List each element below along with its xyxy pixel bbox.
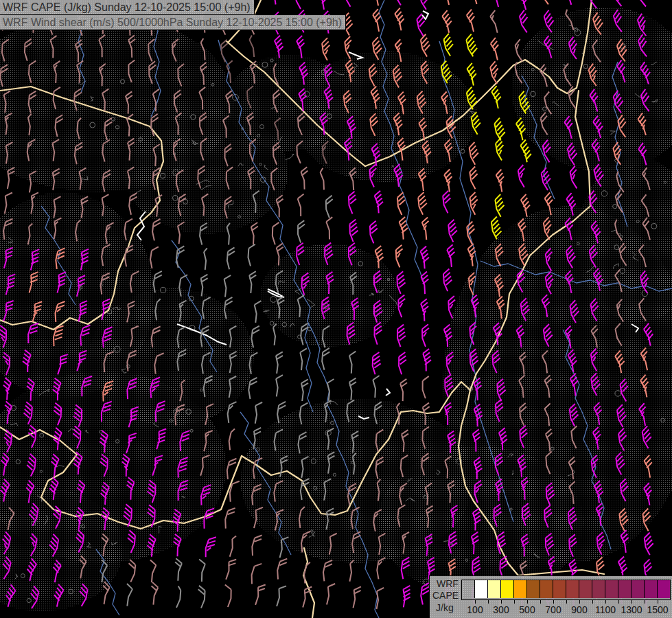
legend-tick <box>658 599 658 604</box>
legend-tick <box>579 599 580 604</box>
legend-tick <box>566 599 567 604</box>
legend-tick-label: 100 <box>467 604 483 615</box>
title-line-cape: WRF CAPE (J/kg) Sunday 12-10-2025 15:00 … <box>0 0 255 15</box>
legend-tick <box>527 599 528 604</box>
legend-color-cell <box>475 580 488 598</box>
map-image <box>0 0 672 618</box>
legend-tick-label: 1100 <box>595 604 616 615</box>
legend-tick <box>645 599 645 604</box>
legend-color-cell <box>645 580 658 598</box>
legend-color-cell <box>462 580 475 598</box>
legend-colorbar <box>461 580 671 600</box>
cape-legend: WRF CAPE J/kg 10030050070090011001300150… <box>429 575 672 618</box>
legend-color-cell <box>501 580 514 598</box>
legend-color-cell <box>566 580 579 598</box>
legend-tick <box>501 599 502 604</box>
legend-color-cell <box>579 580 592 598</box>
legend-color-cell <box>553 580 566 598</box>
legend-color-cell <box>592 580 605 598</box>
legend-tick-label: 300 <box>493 604 509 615</box>
legend-tick <box>592 599 593 604</box>
legend-tick-label: 1500 <box>647 604 668 615</box>
legend-tick-label: 500 <box>519 604 535 615</box>
legend-tick <box>632 599 632 604</box>
wrf-weather-map: WRF CAPE (J/kg) Sunday 12-10-2025 15:00 … <box>0 0 672 618</box>
legend-tick-label: 900 <box>571 604 587 615</box>
legend-tick <box>475 599 476 604</box>
legend-color-cell <box>632 580 645 598</box>
legend-color-cell <box>514 580 527 598</box>
legend-label-unit: J/kg <box>436 603 454 613</box>
legend-label-cape: CAPE <box>432 591 459 600</box>
legend-color-cell <box>540 580 553 598</box>
legend-tick-label: 1300 <box>621 604 642 615</box>
legend-tick <box>540 599 541 604</box>
legend-tick <box>488 599 489 604</box>
legend-color-cell <box>527 580 540 598</box>
legend-color-cell <box>488 580 501 598</box>
legend-tick <box>605 599 606 604</box>
legend-color-cell <box>658 580 670 598</box>
legend-tick <box>553 599 554 604</box>
legend-tick <box>514 599 515 604</box>
title-line-shear: WRF Wind shear (m/s) 500/1000hPa Sunday … <box>0 15 346 30</box>
legend-tick <box>618 599 619 604</box>
legend-color-cell <box>605 580 618 598</box>
legend-label-wrf: WRF <box>437 579 459 588</box>
legend-tick-label: 700 <box>545 604 561 615</box>
title-box: WRF CAPE (J/kg) Sunday 12-10-2025 15:00 … <box>0 0 346 30</box>
legend-color-cell <box>618 580 632 598</box>
